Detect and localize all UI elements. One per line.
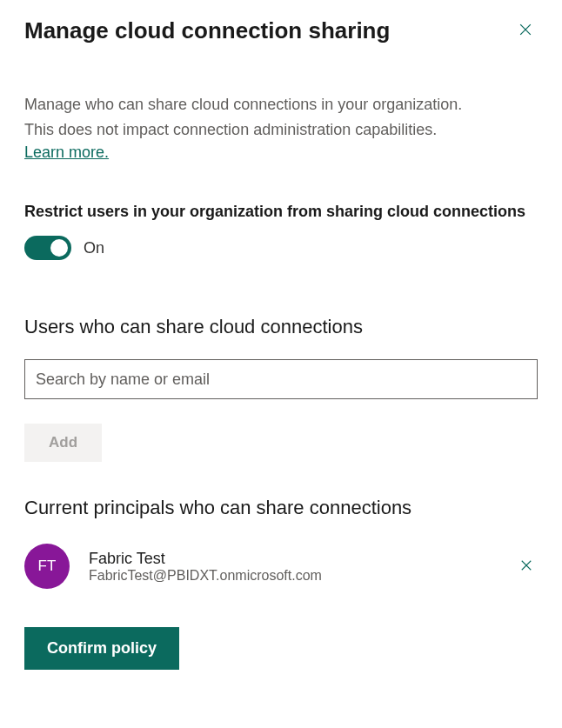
principal-email: FabricTest@PBIDXT.onmicrosoft.com <box>89 568 322 584</box>
add-button[interactable]: Add <box>24 424 102 462</box>
remove-principal-button[interactable] <box>515 554 538 579</box>
principal-info: Fabric Test FabricTest@PBIDXT.onmicrosof… <box>89 550 322 584</box>
close-icon <box>519 558 534 576</box>
users-section-title: Users who can share cloud connections <box>24 316 538 338</box>
search-input[interactable] <box>24 359 538 399</box>
principal-name: Fabric Test <box>89 550 322 568</box>
avatar-initials: FT <box>38 558 57 575</box>
principal-row: FT Fabric Test FabricTest@PBIDXT.onmicro… <box>24 544 538 589</box>
learn-more-link[interactable]: Learn more. <box>24 144 109 162</box>
principal-left: FT Fabric Test FabricTest@PBIDXT.onmicro… <box>24 544 322 589</box>
description-line2: This does not impact connection administ… <box>24 118 538 142</box>
dialog-title: Manage cloud connection sharing <box>24 17 390 44</box>
principals-section-title: Current principals who can share connect… <box>24 497 538 519</box>
close-icon <box>517 21 534 41</box>
restrict-toggle-row: On <box>24 236 538 260</box>
dialog-header: Manage cloud connection sharing <box>24 17 538 44</box>
toggle-state-text: On <box>84 239 104 257</box>
close-button[interactable] <box>513 17 538 44</box>
restrict-label: Restrict users in your organization from… <box>24 200 538 224</box>
description-line1: Manage who can share cloud connections i… <box>24 93 538 117</box>
toggle-knob <box>50 239 68 257</box>
avatar: FT <box>24 544 70 589</box>
restrict-toggle[interactable] <box>24 236 71 260</box>
confirm-policy-button[interactable]: Confirm policy <box>24 627 179 670</box>
